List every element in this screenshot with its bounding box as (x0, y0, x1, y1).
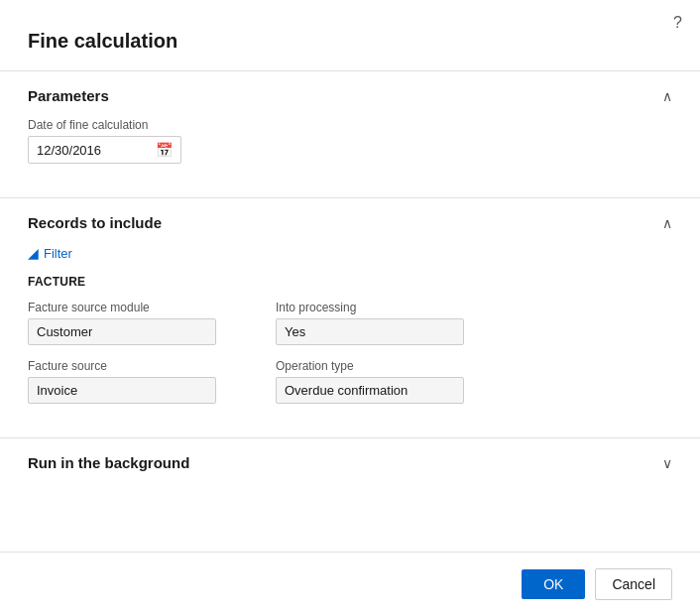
facture-label: FACTURE (28, 275, 672, 289)
date-value: 12/30/2016 (37, 143, 101, 158)
into-processing-group: Into processing Yes (276, 301, 464, 345)
facture-source-group: Facture source Invoice (28, 359, 216, 404)
filter-label: Filter (44, 246, 72, 261)
run-background-chevron-icon: ∨ (662, 455, 672, 471)
help-icon[interactable]: ? (673, 14, 682, 32)
date-field-label: Date of fine calculation (28, 118, 672, 132)
records-fields: Facture source module Customer Facture s… (28, 301, 672, 418)
date-input[interactable]: 12/30/2016 📅 (28, 136, 181, 164)
records-section-body: ◢ Filter FACTURE Facture source module C… (28, 245, 672, 437)
facture-source-module-label: Facture source module (28, 301, 216, 314)
facture-source-input[interactable]: Invoice (28, 377, 216, 404)
run-background-section-header[interactable]: Run in the background ∨ (28, 438, 672, 485)
parameters-chevron-icon: ∧ (662, 88, 672, 104)
into-processing-value: Yes (285, 324, 305, 339)
filter-button[interactable]: ◢ Filter (28, 245, 72, 261)
facture-source-module-input[interactable]: Customer (28, 318, 216, 345)
parameters-section-body: Date of fine calculation 12/30/2016 📅 (28, 118, 672, 197)
parameters-section-header[interactable]: Parameters ∧ (28, 71, 672, 118)
into-processing-label: Into processing (276, 301, 464, 314)
facture-source-module-value: Customer (37, 324, 92, 339)
bottom-bar: OK Cancel (0, 552, 700, 616)
left-col: Facture source module Customer Facture s… (28, 301, 216, 418)
run-background-section: Run in the background ∨ (0, 437, 700, 485)
parameters-section-title: Parameters (28, 87, 109, 104)
records-section: Records to include ∧ ◢ Filter FACTURE Fa… (0, 197, 700, 437)
parameters-section: Parameters ∧ Date of fine calculation 12… (0, 70, 700, 197)
calendar-icon[interactable]: 📅 (156, 142, 173, 158)
operation-type-group: Operation type Overdue confirmation (276, 359, 464, 404)
facture-source-value: Invoice (37, 383, 77, 398)
facture-source-module-group: Facture source module Customer (28, 301, 216, 345)
right-col: Into processing Yes Operation type Overd… (276, 301, 464, 418)
records-section-header[interactable]: Records to include ∧ (28, 198, 672, 245)
ok-button[interactable]: OK (522, 569, 585, 599)
records-section-title: Records to include (28, 214, 162, 231)
page-title: Fine calculation (0, 0, 700, 70)
date-field-group: Date of fine calculation 12/30/2016 📅 (28, 118, 672, 164)
filter-icon: ◢ (28, 245, 39, 261)
facture-source-label: Facture source (28, 359, 216, 373)
run-background-title: Run in the background (28, 454, 189, 471)
operation-type-label: Operation type (276, 359, 464, 373)
cancel-button[interactable]: Cancel (595, 568, 672, 600)
operation-type-input[interactable]: Overdue confirmation (276, 377, 464, 404)
operation-type-value: Overdue confirmation (285, 383, 408, 398)
into-processing-input[interactable]: Yes (276, 318, 464, 345)
records-chevron-icon: ∧ (662, 215, 672, 231)
